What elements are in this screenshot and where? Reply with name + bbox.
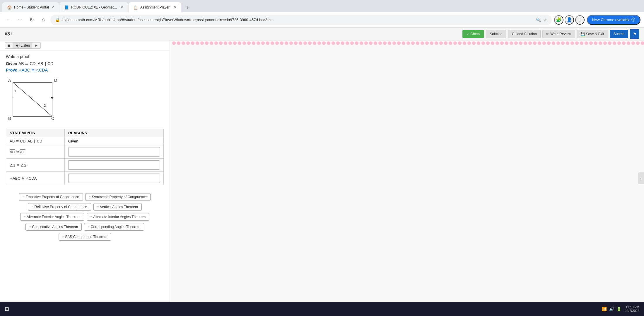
- time-display: 11:13 PM 11/2/2024: [625, 305, 639, 312]
- dot: [285, 41, 288, 45]
- tile-symmetric[interactable]: :: Symmetric Property of Congruence: [85, 193, 151, 201]
- write-review-button[interactable]: ✏ Write Review: [542, 30, 575, 38]
- dot: [186, 41, 190, 45]
- tab-assignment-favicon: 📋: [133, 5, 138, 10]
- dot: [561, 41, 565, 45]
- back-button[interactable]: ←: [4, 15, 13, 25]
- guided-solution-button[interactable]: Guided Solution: [508, 30, 541, 38]
- tile-alt-interior[interactable]: :: Alternate Interior Angles Theorem: [87, 213, 150, 221]
- tile-sas[interactable]: :: SAS Congruence Theorem: [59, 233, 111, 241]
- statement-3: ∠1 ≅ ∠2: [6, 159, 65, 172]
- drag-handle: ::: [24, 215, 26, 219]
- tiles-row-2: :: Consecutive Angles Theorem :: Corresp…: [6, 223, 164, 241]
- solution-button[interactable]: Solution: [486, 30, 506, 38]
- dot: [299, 41, 302, 45]
- listen-bar: ◼ ◄) Listen ►: [0, 40, 170, 51]
- home-button[interactable]: ⌂: [39, 15, 48, 25]
- dot: [242, 41, 246, 45]
- tile-transitive[interactable]: :: Transitive Property of Congruence: [19, 193, 83, 201]
- stop-button[interactable]: ◼: [5, 43, 13, 48]
- windows-icon: ⊞: [5, 306, 9, 312]
- dot: [172, 41, 176, 45]
- drag-handle: ::: [97, 205, 99, 209]
- tab-assignment-close[interactable]: ✕: [174, 5, 177, 9]
- tile-corresponding[interactable]: :: Corresponding Angles Theorem: [84, 223, 144, 231]
- save-icon: 💾: [580, 32, 585, 36]
- dot: [627, 41, 630, 45]
- dot: [177, 41, 180, 45]
- flag-icon[interactable]: ⚑: [630, 29, 639, 39]
- tab-geometry-favicon: 📘: [64, 5, 69, 10]
- address-bar[interactable]: 🔒 bigideasmath.com/MRL/public/app/#/stud…: [50, 15, 552, 25]
- dot: [219, 41, 223, 45]
- dot: [191, 41, 194, 45]
- dot: [200, 41, 204, 45]
- dot: [336, 41, 340, 45]
- dot: [378, 41, 382, 45]
- statements-header: STATEMENTS: [6, 129, 65, 137]
- dot: [435, 41, 438, 45]
- dot: [439, 41, 443, 45]
- tab-geometry-label: RODRIGUEZ: 01 - Geometry - C: [71, 5, 118, 9]
- label-a: A: [8, 78, 11, 83]
- dot: [397, 41, 401, 45]
- address-text: bigideasmath.com/MRL/public/app/#/studen…: [62, 18, 534, 22]
- listen-button[interactable]: ◄) Listen: [13, 43, 32, 48]
- tab-home-close[interactable]: ✕: [51, 5, 54, 9]
- new-tab-button[interactable]: +: [183, 4, 192, 12]
- header-buttons: ✓ Check Solution Guided Solution ✏ Write…: [462, 29, 639, 39]
- profile-button[interactable]: 👤: [565, 15, 574, 25]
- check-button[interactable]: ✓ Check: [462, 30, 484, 38]
- label-c: C: [51, 116, 54, 121]
- dot: [196, 41, 199, 45]
- dot: [233, 41, 237, 45]
- tile-reflexive[interactable]: :: Reflexive Property of Congruence: [28, 203, 91, 211]
- extensions-button[interactable]: 🧩: [554, 15, 563, 25]
- dot: [556, 41, 560, 45]
- dot: [214, 41, 218, 45]
- tile-vertical[interactable]: :: Vertical Angles Theorem: [93, 203, 142, 211]
- collapse-panel-button[interactable]: ‹: [638, 172, 644, 184]
- play-button[interactable]: ►: [32, 43, 40, 48]
- dot: [566, 41, 569, 45]
- dot: [374, 41, 377, 45]
- dot: [350, 41, 354, 45]
- save-exit-button[interactable]: 💾 Save & Exit: [577, 30, 608, 38]
- submit-button[interactable]: Submit: [610, 30, 628, 38]
- reason-4-input[interactable]: [68, 174, 160, 183]
- dot: [500, 41, 504, 45]
- dot: [280, 41, 283, 45]
- label-b: B: [8, 116, 11, 121]
- dot: [322, 41, 326, 45]
- table-row: △ABC ≅ △CDA: [6, 172, 164, 185]
- reload-button[interactable]: ↻: [27, 15, 36, 25]
- reason-2-input[interactable]: [68, 147, 160, 157]
- tile-consecutive[interactable]: :: Consecutive Angles Theorem: [25, 223, 82, 231]
- dot: [346, 41, 349, 45]
- given-ab-cd: AB ≅ CD, AB ∥ CD: [18, 61, 53, 66]
- statement-2: AC ≅ AC: [6, 145, 65, 159]
- chrome-available-button[interactable]: New Chrome available ⓘ: [587, 15, 640, 25]
- reason-3-cell: [65, 159, 164, 172]
- arrow-dc: [51, 97, 53, 99]
- menu-button[interactable]: ⋮: [575, 15, 585, 25]
- tab-home[interactable]: 🏠 Home - Student Portal ✕: [2, 2, 59, 12]
- dot: [505, 41, 508, 45]
- problem-instructions: Write a proof.: [6, 54, 164, 59]
- tile-alt-exterior[interactable]: :: Alternate Exterior Angles Theorem: [20, 213, 84, 221]
- angle1-label: 1: [15, 89, 16, 93]
- dot: [636, 41, 640, 45]
- reason-3-input[interactable]: [68, 160, 160, 170]
- tab-geometry[interactable]: 📘 RODRIGUEZ: 01 - Geometry - C ✕: [59, 2, 128, 12]
- angle2-label: 2: [44, 104, 46, 107]
- dot: [430, 41, 433, 45]
- volume-icon: 🔊: [609, 307, 614, 311]
- tab-bar: 🏠 Home - Student Portal ✕ 📘 RODRIGUEZ: 0…: [0, 0, 644, 12]
- forward-button[interactable]: →: [15, 15, 25, 25]
- statement-1: AB ≅ CD, AB ∥ CD: [6, 137, 65, 145]
- tab-assignment[interactable]: 📋 Assignment Player ✕: [129, 2, 181, 12]
- tab-geometry-close[interactable]: ✕: [120, 5, 123, 9]
- browser-toolbar: ← → ↻ ⌂ 🔒 bigideasmath.com/MRL/public/ap…: [0, 12, 644, 28]
- dot: [631, 41, 635, 45]
- dot: [205, 41, 209, 45]
